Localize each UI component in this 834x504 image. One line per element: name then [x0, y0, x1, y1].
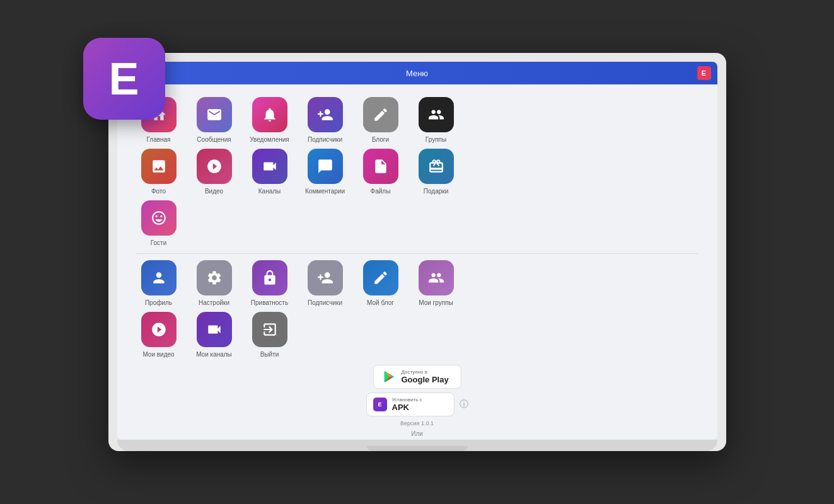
- mail-icon: [206, 106, 223, 123]
- settings-icon: [206, 270, 223, 286]
- privacy-icon-bg: [252, 260, 287, 295]
- user-plus-icon: [317, 106, 333, 123]
- google-play-name: Google Play: [402, 375, 449, 384]
- messages-label: Сообщения: [197, 136, 231, 144]
- guests-icon-bg: [141, 200, 177, 236]
- my-groups-icon-bg: [419, 260, 454, 295]
- blogs-icon-bg: [363, 97, 398, 132]
- menu-item-files[interactable]: Файлы: [358, 149, 403, 195]
- photos-icon-bg: [141, 149, 177, 184]
- smile-icon: [151, 210, 167, 226]
- video-icon-bg: [197, 149, 232, 184]
- divider-1: [136, 253, 698, 254]
- chat-icon: [317, 158, 333, 175]
- video-label: Видео: [205, 188, 223, 195]
- file-icon: [373, 158, 389, 175]
- settings-icon-bg: [197, 260, 232, 295]
- lock-icon: [262, 270, 278, 286]
- menu-item-channels[interactable]: Каналы: [247, 149, 292, 195]
- comments-label: Комментарии: [305, 188, 345, 195]
- profile-label: Профиль: [145, 299, 172, 307]
- info-icon[interactable]: ⓘ: [460, 399, 468, 410]
- guests-label: Гости: [151, 239, 166, 247]
- gifts-label: Подарки: [424, 188, 448, 195]
- my-subscribers-icon: [317, 270, 333, 286]
- app-icon-letter: E: [108, 53, 139, 105]
- menu-row-5: Мои видео Мои каналы Выйти: [136, 312, 698, 358]
- subscribers-icon-bg: [308, 97, 343, 132]
- photos-label: Фото: [151, 188, 166, 195]
- privacy-label: Приватность: [251, 299, 288, 307]
- menu-item-subscribers[interactable]: Подписчики: [303, 97, 348, 144]
- settings-label: Настройки: [199, 299, 229, 307]
- logout-icon: [262, 321, 278, 338]
- menu-row-1: Главная Сообщения Уведомления: [136, 97, 698, 144]
- apk-icon: E: [373, 398, 387, 411]
- menu-item-gifts[interactable]: Подарки: [414, 149, 459, 195]
- menu-item-profile[interactable]: Профиль: [136, 260, 182, 307]
- user-icon: [151, 270, 167, 286]
- channels-label: Каналы: [258, 188, 281, 195]
- google-play-text: Доступно в Google Play: [402, 369, 449, 384]
- my-channels-icon: [206, 321, 223, 338]
- my-blog-label: Мой блог: [367, 299, 394, 307]
- apk-text: Установить с APK: [392, 397, 422, 412]
- apk-button[interactable]: E Установить с APK: [366, 392, 455, 416]
- gift-icon: [428, 158, 444, 175]
- my-video-icon-bg: [141, 312, 177, 347]
- menu-item-logout[interactable]: Выйти: [247, 312, 292, 358]
- or-label: Или: [411, 430, 423, 437]
- laptop-screen: Меню E Главная: [117, 62, 717, 440]
- laptop-base: [117, 440, 717, 451]
- notifications-label: Уведомления: [250, 136, 289, 144]
- menu-item-my-groups[interactable]: Мои группы: [414, 260, 459, 307]
- menu-item-comments[interactable]: Комментарии: [303, 149, 348, 195]
- app-icon-large: E: [83, 38, 165, 120]
- groups-icon: [428, 106, 444, 123]
- video-camera-icon: [262, 158, 278, 175]
- google-play-available: Доступно в: [402, 369, 449, 375]
- menu-item-photos[interactable]: Фото: [136, 149, 182, 195]
- groups-label: Группы: [426, 136, 446, 144]
- menu-item-my-subscribers[interactable]: Подписчики: [303, 260, 348, 307]
- google-play-button[interactable]: Доступно в Google Play: [373, 365, 461, 389]
- my-video-label: Мои видео: [142, 351, 174, 358]
- menu-title: Меню: [406, 69, 428, 78]
- menu-item-notifications[interactable]: Уведомления: [247, 97, 292, 144]
- blogs-label: Блоги: [372, 136, 389, 144]
- subscribers-label: Подписчики: [308, 136, 342, 144]
- menu-row-4: Профиль Настройки Приватность: [136, 260, 698, 307]
- download-section: Доступно в Google Play E Установить с AP…: [136, 365, 698, 437]
- bell-icon: [262, 106, 278, 123]
- my-subscribers-label: Подписчики: [308, 299, 342, 307]
- notifications-icon-bg: [252, 97, 287, 132]
- menu-item-my-blog[interactable]: Мой блог: [358, 260, 403, 307]
- edit-icon: [373, 106, 389, 123]
- menu-item-guests[interactable]: Гости: [136, 200, 182, 247]
- menu-item-blogs[interactable]: Блоги: [358, 97, 403, 144]
- menu-item-messages[interactable]: Сообщения: [192, 97, 237, 144]
- apk-install-label: Установить с: [392, 397, 422, 403]
- scene: E Меню E Главная: [71, 25, 764, 479]
- files-icon-bg: [363, 149, 398, 184]
- my-subscribers-icon-bg: [308, 260, 343, 295]
- my-video-icon: [151, 321, 167, 338]
- menu-item-video[interactable]: Видео: [192, 149, 237, 195]
- top-bar: Меню E: [117, 62, 717, 84]
- files-label: Файлы: [371, 188, 391, 195]
- menu-item-my-channels[interactable]: Мои каналы: [192, 312, 237, 358]
- my-channels-icon-bg: [197, 312, 232, 347]
- my-channels-label: Мои каналы: [196, 351, 232, 358]
- profile-icon-bg: [141, 260, 177, 295]
- menu-item-settings[interactable]: Настройки: [192, 260, 237, 307]
- my-groups-icon: [428, 270, 444, 286]
- channels-icon-bg: [252, 149, 287, 184]
- main-content: Главная Сообщения Уведомления: [117, 84, 717, 440]
- menu-item-my-video[interactable]: Мои видео: [136, 312, 182, 358]
- my-blog-icon-bg: [363, 260, 398, 295]
- gifts-icon-bg: [419, 149, 454, 184]
- menu-row-2: Фото Видео Каналы: [136, 149, 698, 195]
- menu-item-groups[interactable]: Группы: [414, 97, 459, 144]
- apk-name-label: APK: [392, 403, 422, 412]
- menu-item-privacy[interactable]: Приватность: [247, 260, 292, 307]
